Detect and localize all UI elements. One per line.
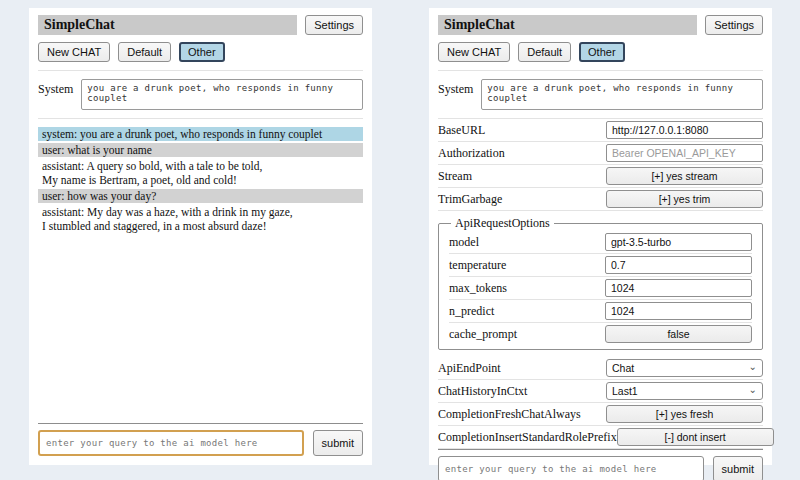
stream-toggle-button[interactable]: [+] yes stream (606, 167, 763, 185)
setting-row-model: model (449, 231, 752, 254)
trimgarbage-toggle-button[interactable]: [+] yes trim (606, 190, 763, 208)
app-title: SimpleChat (438, 15, 697, 35)
query-divider (438, 449, 763, 450)
chat-message-system: system: you are a drunk poet, who respon… (38, 127, 363, 141)
authorization-input[interactable] (606, 144, 763, 162)
setting-row-completion-fresh-chat-always: CompletionFreshChatAlways [+] yes fresh (438, 403, 763, 426)
system-prompt-textarea[interactable]: you are a drunk poet, who responds in fu… (481, 79, 763, 110)
temperature-input[interactable] (605, 256, 752, 274)
system-prompt-row: System you are a drunk poet, who respond… (38, 71, 363, 119)
setting-row-temperature: temperature (449, 254, 752, 277)
session-new-chat-button[interactable]: New CHAT (38, 42, 110, 62)
api-request-options-legend: ApiRequestOptions (451, 216, 554, 231)
max-tokens-input[interactable] (605, 279, 752, 297)
setting-row-max-tokens: max_tokens (449, 277, 752, 300)
chat-header: SimpleChat Settings (38, 15, 363, 35)
settings-panel: SimpleChat Settings New CHAT Default Oth… (429, 8, 772, 465)
session-new-chat-button[interactable]: New CHAT (438, 42, 510, 62)
session-default-button[interactable]: Default (518, 42, 571, 62)
setting-row-api-endpoint: ApiEndPoint Chat ⌄ (438, 357, 763, 380)
authorization-label: Authorization (438, 146, 505, 161)
system-label: System (38, 79, 73, 97)
stream-label: Stream (438, 169, 472, 184)
max-tokens-label: max_tokens (449, 281, 507, 296)
chat-message-assistant: assistant: A query so bold, with a tale … (38, 159, 363, 187)
query-row: submit (38, 430, 363, 456)
setting-row-chat-history-in-ctxt: ChatHistoryInCtxt Last1 ⌄ (438, 380, 763, 403)
api-endpoint-select[interactable]: Chat (606, 359, 763, 377)
app-title: SimpleChat (38, 15, 297, 35)
completion-fresh-toggle-button[interactable]: [+] yes fresh (606, 405, 763, 423)
empty-space (38, 235, 363, 423)
trimgarbage-label: TrimGarbage (438, 192, 502, 207)
chat-history-in-ctxt-select[interactable]: Last1 (606, 382, 763, 400)
setting-row-trimgarbage: TrimGarbage [+] yes trim (438, 188, 763, 211)
baseurl-label: BaseURL (438, 123, 485, 138)
query-row: submit (438, 456, 763, 480)
completion-fresh-chat-always-label: CompletionFreshChatAlways (438, 407, 581, 422)
api-request-options-fieldset: ApiRequestOptions model temperature max_… (438, 216, 763, 350)
submit-button[interactable]: submit (713, 456, 763, 480)
cache-prompt-label: cache_prompt (449, 327, 517, 342)
chat-history-in-ctxt-label: ChatHistoryInCtxt (438, 384, 527, 399)
chat-message-assistant: assistant: My day was a haze, with a dri… (38, 205, 363, 233)
chat-message-user: user: how was your day? (38, 189, 363, 203)
chat-panel: SimpleChat Settings New CHAT Default Oth… (29, 8, 372, 465)
setting-row-stream: Stream [+] yes stream (438, 165, 763, 188)
n-predict-input[interactable] (605, 302, 752, 320)
query-divider (38, 423, 363, 424)
settings-button[interactable]: Settings (705, 15, 763, 35)
chat-message-user: user: what is your name (38, 143, 363, 157)
system-label: System (438, 79, 473, 97)
settings-header: SimpleChat Settings (438, 15, 763, 35)
session-buttons: New CHAT Default Other (38, 42, 363, 71)
session-other-button[interactable]: Other (179, 42, 225, 62)
setting-row-authorization: Authorization (438, 142, 763, 165)
submit-button[interactable]: submit (313, 430, 363, 456)
baseurl-input[interactable] (606, 121, 763, 139)
model-input[interactable] (605, 233, 752, 251)
query-input[interactable] (38, 430, 304, 456)
api-endpoint-label: ApiEndPoint (438, 361, 501, 376)
setting-row-completion-insert-standard-role-prefix: CompletionInsertStandardRolePrefix [-] d… (438, 426, 763, 449)
completion-insert-toggle-button[interactable]: [-] dont insert (617, 428, 774, 446)
completion-insert-standard-role-prefix-label: CompletionInsertStandardRolePrefix (438, 430, 617, 445)
temperature-label: temperature (449, 258, 506, 273)
model-label: model (449, 235, 479, 250)
setting-row-baseurl: BaseURL (438, 119, 763, 142)
chat-history: system: you are a drunk poet, who respon… (38, 127, 363, 235)
session-other-button[interactable]: Other (579, 42, 625, 62)
n-predict-label: n_predict (449, 304, 494, 319)
settings-button[interactable]: Settings (305, 15, 363, 35)
system-prompt-row: System you are a drunk poet, who respond… (438, 71, 763, 119)
session-default-button[interactable]: Default (118, 42, 171, 62)
cache-prompt-toggle-button[interactable]: false (605, 325, 752, 343)
setting-row-n-predict: n_predict (449, 300, 752, 323)
query-input[interactable] (438, 456, 704, 480)
session-buttons: New CHAT Default Other (438, 42, 763, 71)
system-prompt-textarea[interactable]: you are a drunk poet, who responds in fu… (81, 79, 363, 110)
setting-row-cache-prompt: cache_prompt false (449, 323, 752, 345)
